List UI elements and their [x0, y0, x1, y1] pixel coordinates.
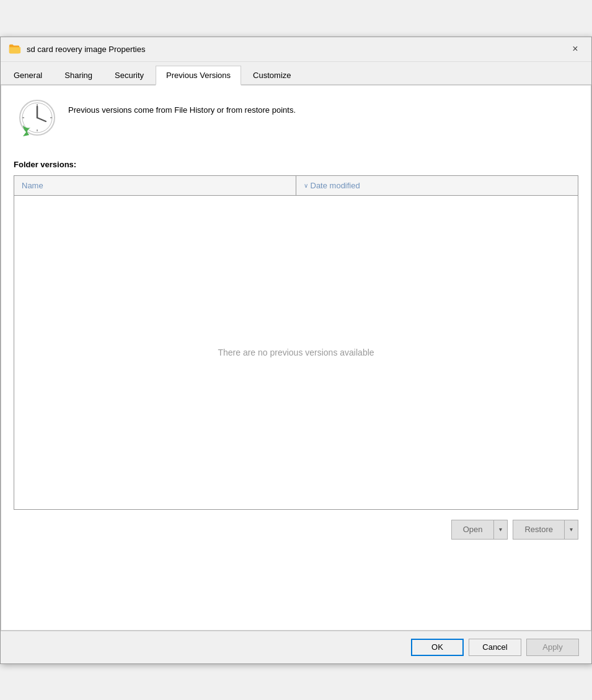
cancel-button[interactable]: Cancel — [469, 639, 521, 656]
action-buttons: Open ▾ Restore ▾ — [14, 520, 578, 546]
content-area: Previous versions come from File History… — [1, 85, 591, 631]
open-split-button: Open ▾ — [451, 520, 508, 540]
restore-split-button: Restore ▾ — [513, 520, 578, 540]
folder-icon — [8, 42, 22, 56]
empty-message: There are no previous versions available — [218, 348, 374, 357]
folder-versions-label: Folder versions: — [14, 160, 578, 169]
table-body: There are no previous versions available — [14, 196, 578, 509]
info-text: Previous versions come from File History… — [68, 98, 296, 116]
restore-button: Restore — [513, 520, 564, 540]
col-name-header[interactable]: Name — [14, 176, 296, 195]
restore-dropdown-button[interactable]: ▾ — [564, 520, 578, 540]
versions-table: Name ∨ Date modified There are no previo… — [14, 175, 578, 510]
tab-security[interactable]: Security — [104, 66, 154, 85]
apply-button[interactable]: Apply — [526, 639, 579, 656]
window-title: sd card reovery image Properties — [27, 45, 567, 54]
bottom-bar: OK Cancel Apply — [1, 631, 591, 663]
open-dropdown-button[interactable]: ▾ — [493, 520, 508, 540]
col-date-header[interactable]: ∨ Date modified — [296, 176, 578, 195]
open-button: Open — [451, 520, 494, 540]
close-button[interactable]: × — [567, 40, 584, 58]
properties-dialog: sd card reovery image Properties × Gener… — [0, 37, 592, 664]
tabs-container: General Sharing Security Previous Versio… — [1, 64, 591, 85]
title-bar: sd card reovery image Properties × — [1, 37, 591, 62]
ok-button[interactable]: OK — [411, 639, 464, 656]
tab-sharing[interactable]: Sharing — [54, 66, 103, 85]
clock-icon — [14, 98, 57, 141]
tab-general[interactable]: General — [3, 66, 53, 85]
tab-previous-versions[interactable]: Previous Versions — [156, 66, 241, 85]
tab-customize[interactable]: Customize — [242, 66, 301, 85]
table-header: Name ∨ Date modified — [14, 176, 578, 196]
info-section: Previous versions come from File History… — [14, 98, 578, 141]
sort-icon: ∨ — [304, 182, 308, 189]
